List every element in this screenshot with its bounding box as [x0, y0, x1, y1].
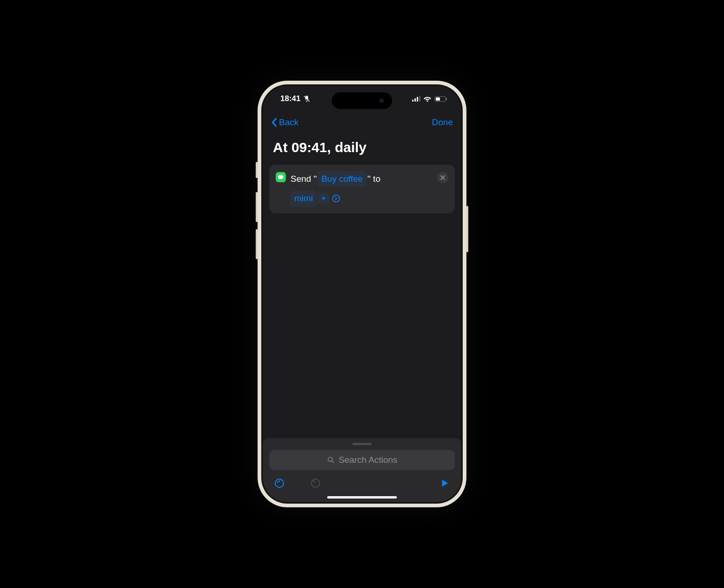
home-indicator[interactable] [327, 496, 397, 499]
svg-rect-3 [417, 97, 418, 102]
phone-frame: 18:41 [258, 81, 466, 507]
svg-point-9 [328, 457, 332, 461]
svg-line-10 [332, 461, 334, 463]
drag-handle[interactable] [352, 443, 372, 445]
silent-icon [303, 95, 310, 102]
svg-rect-6 [436, 97, 440, 101]
bottom-panel: Search Actions [263, 438, 461, 502]
redo-button[interactable] [309, 477, 322, 490]
back-button[interactable]: Back [271, 117, 298, 128]
dynamic-island [332, 92, 392, 109]
done-button[interactable]: Done [432, 117, 453, 128]
action-body: Send " Buy coffee " to mimi + [291, 171, 433, 207]
cellular-icon [412, 96, 420, 102]
svg-point-12 [311, 479, 320, 487]
svg-rect-2 [414, 98, 416, 102]
add-recipient-button[interactable]: + [317, 192, 330, 205]
svg-rect-1 [412, 100, 414, 102]
search-icon [327, 456, 335, 464]
svg-point-8 [333, 195, 340, 202]
svg-rect-7 [446, 98, 447, 100]
action-card[interactable]: Send " Buy coffee " to mimi + [269, 165, 455, 213]
wifi-icon [423, 96, 432, 102]
run-button[interactable] [438, 477, 451, 490]
search-placeholder: Search Actions [339, 455, 398, 465]
chevron-left-icon [271, 118, 277, 127]
action-prefix: Send " [291, 172, 317, 186]
message-token[interactable]: Buy coffee [317, 171, 366, 187]
status-time: 18:41 [280, 94, 300, 103]
remove-action-button[interactable] [437, 172, 448, 183]
svg-rect-4 [419, 96, 420, 102]
undo-button[interactable] [273, 477, 286, 490]
nav-bar: Back Done [263, 112, 461, 133]
search-actions-input[interactable]: Search Actions [269, 450, 455, 470]
messages-app-icon [276, 172, 286, 182]
page-title: At 09:41, daily [263, 133, 461, 165]
chevron-circle-icon[interactable] [330, 193, 342, 204]
battery-icon [434, 96, 447, 102]
recipient-token[interactable]: mimi [291, 191, 317, 206]
back-label: Back [279, 117, 298, 128]
toolbar [269, 470, 455, 492]
action-mid: " to [368, 172, 381, 186]
